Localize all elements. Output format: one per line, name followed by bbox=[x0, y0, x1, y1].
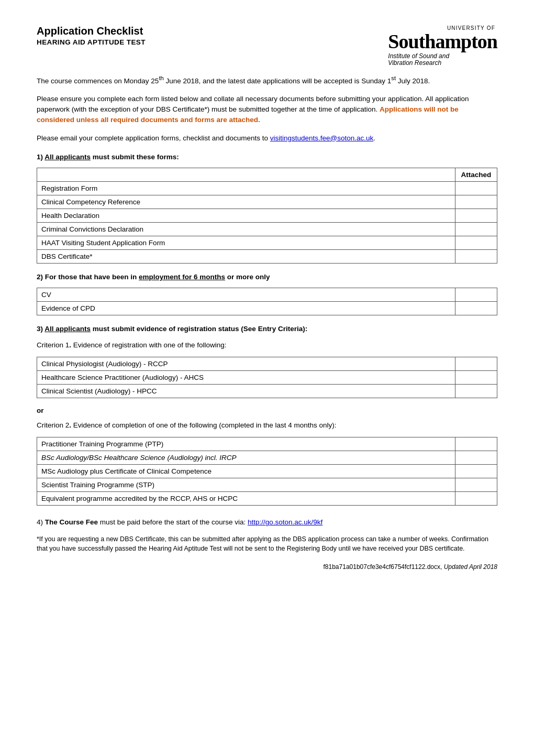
row-checkbox bbox=[455, 250, 497, 264]
row-checkbox bbox=[455, 223, 497, 236]
section3-table2: Practitioner Training Programme (PTP)BSc… bbox=[37, 437, 497, 506]
table-row: BSc Audiology/BSc Healthcare Science (Au… bbox=[37, 451, 497, 465]
row-checkbox bbox=[455, 288, 497, 302]
row-label: Clinical Competency Reference bbox=[37, 195, 455, 209]
page-title: Application Checklist bbox=[37, 25, 146, 37]
section3-table1: Clinical Physiologist (Audiology) - RCCP… bbox=[37, 357, 497, 398]
page-subtitle: HEARING AID APTITUDE TEST bbox=[37, 38, 146, 46]
row-checkbox bbox=[455, 492, 497, 506]
table-row: Healthcare Science Practitioner (Audiolo… bbox=[37, 370, 497, 384]
row-label: BSc Audiology/BSc Healthcare Science (Au… bbox=[37, 451, 455, 465]
row-checkbox bbox=[455, 195, 497, 209]
row-label: Evidence of CPD bbox=[37, 302, 455, 315]
table-row: Clinical Physiologist (Audiology) - RCCP bbox=[37, 357, 497, 370]
footnote-text: *If you are requesting a new DBS Certifi… bbox=[37, 534, 497, 554]
intro-para1: The course commences on Monday 25th June… bbox=[37, 74, 497, 86]
row-label: Clinical Scientist (Audiology) - HPCC bbox=[37, 384, 455, 398]
criterion2-text: Criterion 2. Evidence of completion of o… bbox=[37, 420, 497, 431]
row-checkbox bbox=[455, 357, 497, 370]
row-checkbox bbox=[455, 437, 497, 451]
header: Application Checklist HEARING AID APTITU… bbox=[37, 25, 497, 67]
section1-table: Attached Registration FormClinical Compe… bbox=[37, 168, 497, 264]
course-fee-link[interactable]: http://go.soton.ac.uk/9kf bbox=[248, 518, 322, 526]
doc-filename: f81ba71a01b07cfe3e4cf6754fcf1122.docx bbox=[324, 563, 441, 571]
row-label: Healthcare Science Practitioner (Audiolo… bbox=[37, 370, 455, 384]
institute-line1: Institute of Sound and bbox=[388, 53, 497, 60]
row-label: CV bbox=[37, 288, 455, 302]
table-row: MSc Audiology plus Certificate of Clinic… bbox=[37, 465, 497, 478]
doc-id-line: f81ba71a01b07cfe3e4cf6754fcf1122.docx, U… bbox=[37, 563, 497, 571]
table-row: Health Declaration bbox=[37, 209, 497, 223]
section2-heading: 2) For those that have been in employmen… bbox=[37, 272, 497, 282]
table-row: Scientist Training Programme (STP) bbox=[37, 478, 497, 492]
table-row: Clinical Competency Reference bbox=[37, 195, 497, 209]
col-form-header bbox=[37, 168, 455, 182]
table-row: Evidence of CPD bbox=[37, 302, 497, 315]
row-label: Clinical Physiologist (Audiology) - RCCP bbox=[37, 357, 455, 370]
southampton-label: Southampton bbox=[388, 31, 497, 53]
col-attached-header: Attached bbox=[455, 168, 497, 182]
doc-updated: Updated April 2018 bbox=[444, 563, 497, 571]
intro-para3: Please email your complete application f… bbox=[37, 133, 497, 144]
row-checkbox bbox=[455, 236, 497, 250]
table-row: Registration Form bbox=[37, 182, 497, 195]
or-label: or bbox=[37, 406, 497, 416]
section4-para: 4) The Course Fee must be paid before th… bbox=[37, 517, 497, 528]
row-label: HAAT Visiting Student Application Form bbox=[37, 236, 455, 250]
row-checkbox bbox=[455, 209, 497, 223]
row-label: Health Declaration bbox=[37, 209, 455, 223]
row-checkbox bbox=[455, 451, 497, 465]
institute-line2: Vibration Research bbox=[388, 60, 497, 67]
row-checkbox bbox=[455, 370, 497, 384]
table-row: DBS Certificate* bbox=[37, 250, 497, 264]
row-label: DBS Certificate* bbox=[37, 250, 455, 264]
row-label: MSc Audiology plus Certificate of Clinic… bbox=[37, 465, 455, 478]
table-row: Equivalent programme accredited by the R… bbox=[37, 492, 497, 506]
section3-heading: 3) All applicants must submit evidence o… bbox=[37, 324, 497, 334]
table-row: Criminal Convictions Declaration bbox=[37, 223, 497, 236]
section2-table: CVEvidence of CPD bbox=[37, 288, 497, 315]
table-row: HAAT Visiting Student Application Form bbox=[37, 236, 497, 250]
title-block: Application Checklist HEARING AID APTITU… bbox=[37, 25, 146, 46]
table-row: CV bbox=[37, 288, 497, 302]
row-label: Criminal Convictions Declaration bbox=[37, 223, 455, 236]
table-row: Clinical Scientist (Audiology) - HPCC bbox=[37, 384, 497, 398]
row-checkbox bbox=[455, 465, 497, 478]
email-link[interactable]: visitingstudents.fee@soton.ac.uk bbox=[270, 134, 374, 142]
row-label: Registration Form bbox=[37, 182, 455, 195]
table-row: Practitioner Training Programme (PTP) bbox=[37, 437, 497, 451]
university-logo: UNIVERSITY OF Southampton Institute of S… bbox=[388, 25, 497, 67]
row-checkbox bbox=[455, 182, 497, 195]
criterion1-text: Criterion 1. Evidence of registration wi… bbox=[37, 340, 497, 350]
section1-heading: 1) All applicants must submit these form… bbox=[37, 152, 497, 162]
row-checkbox bbox=[455, 478, 497, 492]
row-checkbox bbox=[455, 384, 497, 398]
intro-para2: Please ensure you complete each form lis… bbox=[37, 94, 497, 126]
row-label: Equivalent programme accredited by the R… bbox=[37, 492, 455, 506]
row-label: Practitioner Training Programme (PTP) bbox=[37, 437, 455, 451]
row-checkbox bbox=[455, 302, 497, 315]
row-label: Scientist Training Programme (STP) bbox=[37, 478, 455, 492]
